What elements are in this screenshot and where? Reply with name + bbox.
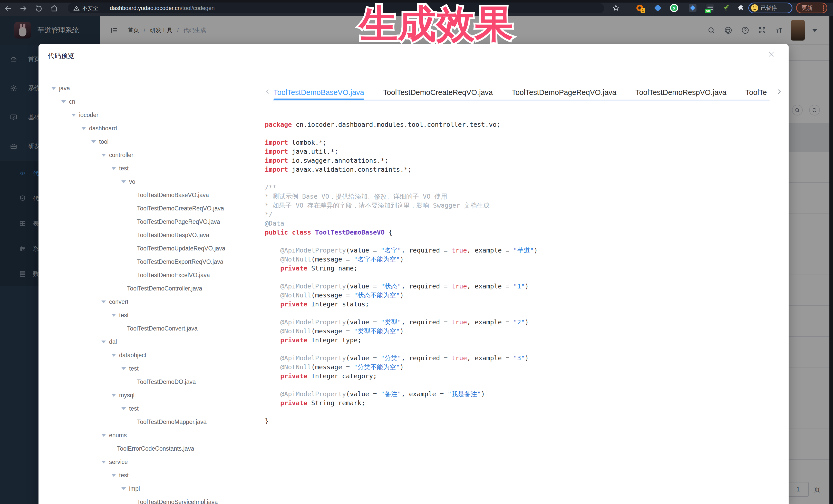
file-tabs-bar: ToolTestDemoBaseVO.javaToolTestDemoCreat…	[264, 85, 782, 102]
caret-down-icon[interactable]	[121, 367, 126, 370]
caret-down-icon[interactable]	[101, 301, 106, 303]
browser-menu-icon[interactable]	[823, 5, 824, 11]
tree-folder[interactable]: enums	[46, 429, 262, 442]
tree-file[interactable]: ToolTestDemoExcelVO.java	[46, 268, 262, 282]
code-line: private String remark;	[265, 399, 781, 408]
browser-reload-icon[interactable]	[34, 4, 43, 13]
tree-file[interactable]: ToolTestDemoCreateReqVO.java	[46, 202, 262, 215]
caret-down-icon[interactable]	[111, 314, 116, 317]
extension-icon-green-y[interactable]: y	[670, 4, 679, 12]
update-label: 更新	[802, 4, 813, 12]
url-path: /tool/codegen	[181, 5, 215, 11]
tree-node-label: test	[129, 405, 139, 412]
tree-node-label: iocoder	[79, 112, 98, 119]
caret-down-icon[interactable]	[71, 114, 76, 117]
file-tab[interactable]: ToolTestDemoCreateReqVO.java	[383, 85, 493, 100]
tree-folder[interactable]: iocoder	[46, 108, 262, 122]
caret-down-icon[interactable]	[101, 434, 106, 437]
extension-icon-sprout[interactable]	[722, 4, 730, 12]
caret-down-icon[interactable]	[81, 127, 86, 130]
caret-down-icon[interactable]	[101, 340, 106, 343]
tree-file[interactable]: ToolTestDemoConvert.java	[46, 322, 262, 335]
tree-folder[interactable]: test	[46, 162, 262, 175]
tree-folder[interactable]: dal	[46, 335, 262, 349]
tree-file[interactable]: ToolTestDemoMapper.java	[46, 415, 262, 429]
browser-back-icon[interactable]	[4, 4, 12, 13]
address-bar[interactable]: 不安全 dashboard.yudao.iocoder.cn/tool/code…	[68, 3, 604, 13]
tree-folder[interactable]: service	[46, 455, 262, 469]
tree-folder[interactable]: controller	[46, 148, 262, 162]
caret-down-icon[interactable]	[111, 354, 116, 357]
file-tab[interactable]: ToolTestDemoPageReqVO.java	[512, 85, 616, 100]
tree-folder[interactable]: impl	[46, 482, 262, 495]
code-line: private Integer category;	[265, 371, 781, 381]
caret-down-icon[interactable]	[61, 100, 66, 103]
tree-file[interactable]: ToolTestDemoRespVO.java	[46, 229, 262, 242]
tree-node-label: vo	[129, 178, 135, 185]
tree-node-label: test	[119, 165, 128, 172]
tree-file[interactable]: ToolTestDemoUpdateReqVO.java	[46, 242, 262, 255]
code-line	[265, 273, 781, 282]
code-line: @ApiModelProperty(value = "名字", required…	[265, 246, 781, 255]
file-tab[interactable]: ToolTestDemoRespVO.java	[636, 85, 727, 100]
code-line: @NotNull(message = "类型不能为空")	[265, 327, 781, 336]
tree-file[interactable]: ToolTestDemoDO.java	[46, 375, 262, 388]
extension-icon-gem[interactable]	[653, 4, 662, 12]
tree-folder[interactable]: test	[46, 469, 262, 482]
caret-down-icon[interactable]	[91, 140, 96, 143]
tree-file[interactable]: ToolErrorCodeConstants.java	[46, 442, 262, 455]
tree-folder[interactable]: dataobject	[46, 349, 262, 362]
tree-folder[interactable]: java	[46, 81, 262, 95]
caret-down-icon[interactable]	[111, 394, 116, 397]
bookmark-star-icon[interactable]	[612, 4, 619, 11]
tabs-scroll-left-icon[interactable]	[264, 88, 271, 95]
tabs-scroll-right-icon[interactable]	[776, 88, 782, 95]
caret-down-icon[interactable]	[111, 167, 116, 170]
tree-file[interactable]: ToolTestDemoBaseVO.java	[46, 188, 262, 202]
tree-folder[interactable]: test	[46, 362, 262, 375]
file-tab[interactable]: ToolTestDemoBaseVO.java	[273, 85, 364, 100]
extensions-puzzle-icon[interactable]	[738, 4, 744, 11]
tree-node-label: enums	[109, 432, 127, 439]
caret-down-icon[interactable]	[101, 461, 106, 463]
extension-icon-blue-diamond[interactable]	[688, 4, 697, 12]
caret-down-icon[interactable]	[111, 474, 116, 477]
tree-folder[interactable]: convert	[46, 295, 262, 309]
caret-down-icon[interactable]	[121, 181, 126, 183]
tree-file[interactable]: ToolTestDemoExportReqVO.java	[46, 255, 262, 268]
tree-folder[interactable]: test	[46, 402, 262, 415]
tree-node-label: test	[119, 472, 128, 479]
tree-folder[interactable]: test	[46, 309, 262, 322]
code-line	[265, 174, 781, 183]
tree-node-label: tool	[99, 138, 109, 145]
code-line	[265, 309, 781, 318]
file-tab[interactable]: ToolTe	[745, 85, 767, 100]
tree-node-label: ToolTestDemoBaseVO.java	[137, 192, 209, 199]
tree-node-label: impl	[129, 485, 140, 492]
tree-node-label: convert	[109, 298, 128, 305]
tree-folder[interactable]: cn	[46, 95, 262, 108]
caret-down-icon[interactable]	[51, 87, 56, 90]
code-line: import lombok.*;	[265, 138, 781, 147]
close-icon[interactable]	[767, 50, 775, 58]
browser-update-button[interactable]: 更新	[796, 3, 827, 13]
code-line	[265, 381, 781, 389]
tree-folder[interactable]: mysql	[46, 388, 262, 402]
security-warning-icon[interactable]	[73, 5, 79, 11]
tree-file[interactable]: ToolTestDemoPageReqVO.java	[46, 215, 262, 229]
caret-down-icon[interactable]	[121, 487, 126, 490]
browser-home-icon[interactable]	[50, 4, 58, 13]
tree-node-label: ToolTestDemoPageReqVO.java	[137, 218, 220, 225]
tree-file[interactable]: ToolTestDemoController.java	[46, 282, 262, 295]
caret-down-icon[interactable]	[121, 407, 126, 410]
tree-folder[interactable]: dashboard	[46, 122, 262, 135]
extension-icon-orange[interactable]: 1	[636, 4, 644, 12]
caret-down-icon[interactable]	[101, 154, 106, 157]
tree-file[interactable]: ToolTestDemoServiceImpl.java	[46, 495, 262, 504]
browser-forward-icon[interactable]	[19, 4, 28, 13]
url-text: dashboard.yudao.iocoder.cn/tool/codegen	[110, 5, 215, 11]
browser-profile-chip[interactable]: 已暂停	[748, 3, 792, 13]
extension-icon-on[interactable]: on	[706, 4, 714, 12]
tree-folder[interactable]: tool	[46, 135, 262, 148]
tree-folder[interactable]: vo	[46, 175, 262, 188]
